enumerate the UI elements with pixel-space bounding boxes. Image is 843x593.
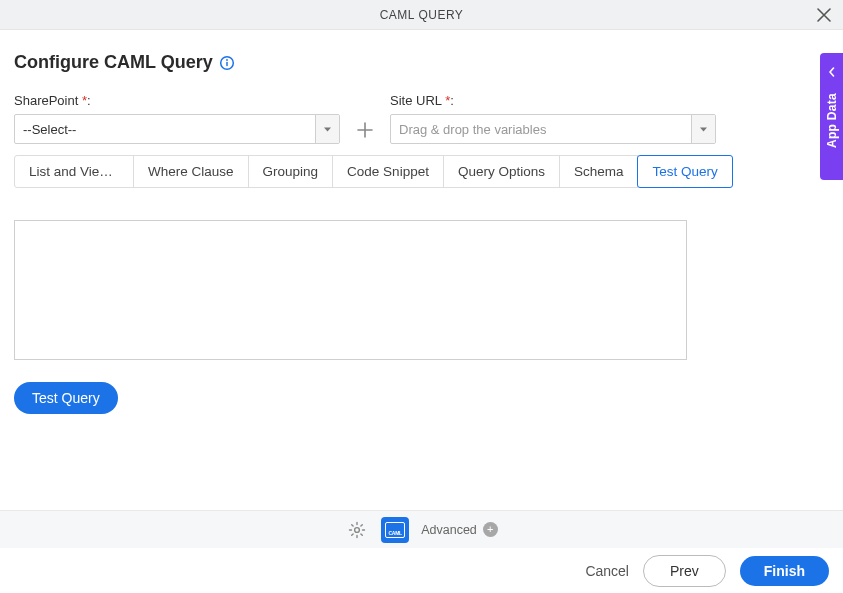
svg-point-3 <box>355 527 360 532</box>
tab-schema[interactable]: Schema <box>559 155 639 188</box>
svg-point-1 <box>226 59 228 61</box>
sharepoint-select[interactable] <box>14 114 340 144</box>
footer-toolbar: CAML Advanced + <box>0 510 843 548</box>
dialog-header: CAML QUERY <box>0 0 843 30</box>
close-icon[interactable] <box>815 6 833 24</box>
footer-actions: Cancel Prev Finish <box>0 548 843 593</box>
sharepoint-select-value[interactable] <box>15 122 315 137</box>
tab-test-query[interactable]: Test Query <box>637 155 732 188</box>
tab-grouping[interactable]: Grouping <box>248 155 334 188</box>
fields-row: SharePoint *: Site URL *: <box>14 93 829 145</box>
site-url-input[interactable] <box>391 122 691 137</box>
chevron-down-icon[interactable] <box>315 115 339 143</box>
site-url-label: Site URL *: <box>390 93 716 108</box>
field-sharepoint: SharePoint *: <box>14 93 340 145</box>
svg-rect-2 <box>226 61 228 66</box>
tabs: List and View…Where ClauseGroupingCode S… <box>14 155 829 188</box>
dialog-title: CAML QUERY <box>380 8 464 22</box>
page-title-row: Configure CAML Query <box>14 52 829 73</box>
tab-list-and-view[interactable]: List and View… <box>14 155 134 188</box>
add-button[interactable] <box>350 115 380 145</box>
caml-badge-label: CAML <box>385 522 405 538</box>
sharepoint-label: SharePoint *: <box>14 93 340 108</box>
footer: CAML Advanced + Cancel Prev Finish <box>0 510 843 593</box>
test-query-button[interactable]: Test Query <box>14 382 118 414</box>
content-area: Configure CAML Query SharePoint *: Site … <box>0 30 843 510</box>
gear-icon[interactable] <box>345 518 369 542</box>
prev-button[interactable]: Prev <box>643 555 726 587</box>
tab-where-clause[interactable]: Where Clause <box>133 155 249 188</box>
chevron-down-icon[interactable] <box>691 115 715 143</box>
tab-code-snippet[interactable]: Code Snippet <box>332 155 444 188</box>
caml-query-icon[interactable]: CAML <box>381 517 409 543</box>
advanced-label: Advanced <box>421 523 477 537</box>
plus-circle-icon: + <box>483 522 498 537</box>
field-site-url: Site URL *: <box>390 93 716 145</box>
cancel-button[interactable]: Cancel <box>585 563 629 579</box>
finish-button[interactable]: Finish <box>740 556 829 586</box>
query-textarea[interactable] <box>14 220 687 360</box>
info-icon[interactable] <box>219 55 235 71</box>
page-title: Configure CAML Query <box>14 52 213 73</box>
advanced-toggle[interactable]: Advanced + <box>421 522 498 537</box>
site-url-select[interactable] <box>390 114 716 144</box>
tab-query-options[interactable]: Query Options <box>443 155 560 188</box>
